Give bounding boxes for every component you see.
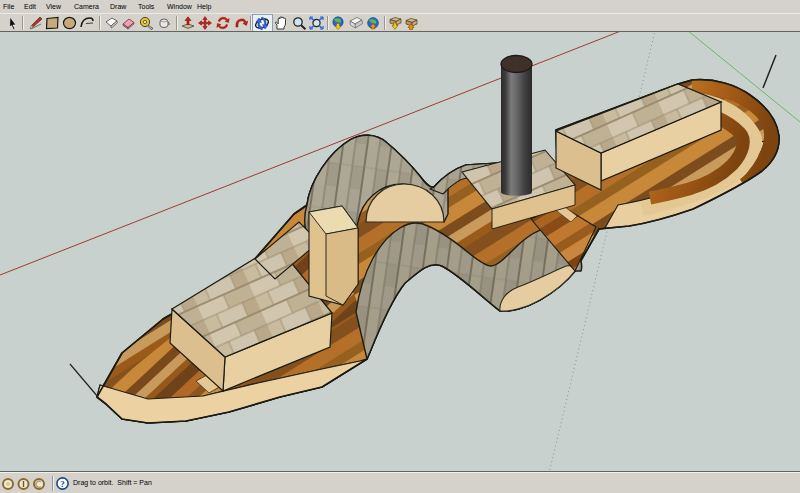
svg-text:?: ? bbox=[60, 479, 65, 489]
